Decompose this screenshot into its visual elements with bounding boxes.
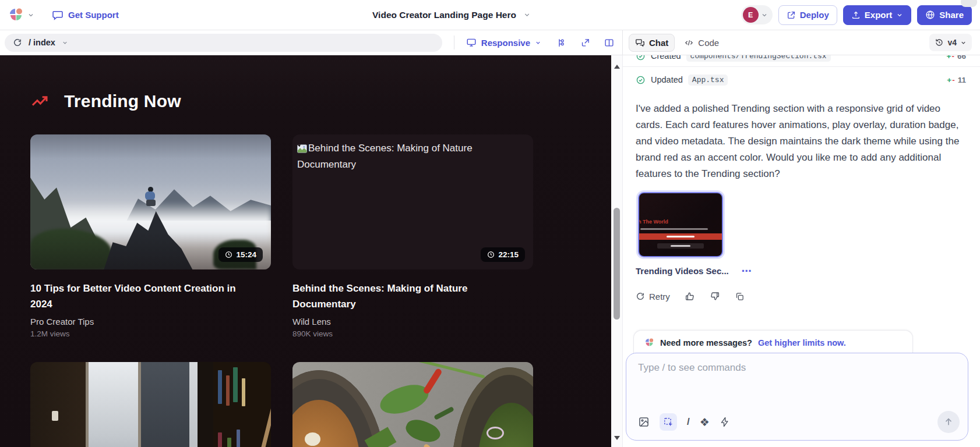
- get-support-link[interactable]: Get Support: [52, 9, 119, 21]
- logo-icon: [8, 7, 24, 23]
- video-thumbnail-food: [292, 362, 533, 447]
- file-chip: App.tsx: [688, 74, 728, 86]
- share-label: Share: [939, 10, 964, 20]
- more-options[interactable]: ⋯: [742, 265, 752, 277]
- app-window: Get Support Video Creator Landing Page H…: [0, 0, 980, 447]
- tab-code-label: Code: [698, 38, 719, 48]
- code-icon: [684, 38, 694, 48]
- slash-command-icon[interactable]: /: [687, 416, 690, 428]
- version-label: v4: [947, 38, 957, 47]
- video-thumbnail-room: [30, 362, 271, 447]
- brand-menu[interactable]: [8, 7, 34, 23]
- split-view-icon[interactable]: [604, 38, 614, 48]
- site-preview: Trending Now: [0, 55, 611, 447]
- check-circle-icon: [636, 75, 646, 85]
- route-selector[interactable]: / index: [5, 34, 442, 52]
- composer-toolbar: / ❖: [638, 411, 960, 433]
- export-button[interactable]: Export: [843, 5, 912, 25]
- file-change-row: Updated App.tsx +-11: [636, 72, 966, 88]
- video-thumbnail-broken: Behind the Scenes: Making of Nature Docu…: [292, 134, 533, 269]
- broken-image-icon: [297, 144, 307, 153]
- route-path: / index: [29, 38, 55, 47]
- video-card[interactable]: 15:24 10 Tips for Better Video Content C…: [30, 134, 271, 338]
- share-button[interactable]: Share: [917, 5, 972, 25]
- video-thumbnail-mountain: 15:24: [30, 134, 271, 269]
- account-menu[interactable]: E: [741, 5, 773, 24]
- tab-chat-label: Chat: [649, 38, 668, 48]
- video-card[interactable]: Behind the Scenes: Making of Nature Docu…: [292, 134, 533, 338]
- diamonds-icon[interactable]: ❖: [700, 417, 710, 428]
- viewport-selector[interactable]: Responsive: [466, 37, 541, 48]
- logo-icon: [644, 338, 654, 347]
- tab-chat[interactable]: Chat: [629, 34, 675, 52]
- retry-button[interactable]: Retry: [636, 292, 670, 301]
- chat-input-box[interactable]: / ❖: [626, 353, 968, 441]
- chevron-down-icon: [535, 40, 541, 46]
- deploy-button[interactable]: Deploy: [778, 5, 837, 25]
- image-icon[interactable]: [638, 416, 650, 428]
- artifact-preview: h The World Trending Videos Sec... ⋯: [636, 192, 966, 277]
- trending-section-header: Trending Now: [30, 91, 611, 111]
- message-actions: Retry: [636, 291, 966, 301]
- video-title: Behind the Scenes: Making of Nature Docu…: [292, 281, 520, 312]
- copy-icon[interactable]: [735, 292, 745, 301]
- assistant-message: I've added a polished Trending section w…: [636, 101, 966, 182]
- chevron-down-icon: [896, 12, 903, 19]
- preview-tools: [556, 38, 614, 48]
- chili-illustration: [423, 368, 443, 395]
- thumbs-up-icon[interactable]: [685, 291, 695, 301]
- chat-panel: Created components/TrendingSection.tsx +…: [623, 55, 980, 447]
- scroll-down-arrow[interactable]: [614, 436, 620, 440]
- open-in-new-icon[interactable]: [580, 38, 590, 48]
- artifact-thumbnail[interactable]: h The World: [638, 192, 723, 257]
- section-title: Trending Now: [64, 91, 181, 111]
- upload-icon: [851, 10, 861, 20]
- chevron-down-icon: [27, 12, 34, 19]
- file-action: Created: [651, 55, 681, 61]
- header-actions: E Deploy Export: [741, 5, 972, 25]
- retry-icon: [636, 292, 645, 301]
- video-title: 10 Tips for Better Video Content Creatio…: [30, 281, 258, 312]
- globe-icon: [925, 10, 935, 20]
- version-history[interactable]: v4: [929, 34, 972, 51]
- video-channel: Wild Lens: [292, 317, 533, 327]
- file-change-row: Created components/TrendingSection.tsx +…: [636, 55, 966, 64]
- bookshelf-illustration: [213, 362, 271, 447]
- chat-bubbles-icon: [635, 38, 645, 48]
- select-element-icon[interactable]: [660, 413, 677, 431]
- inspector-icon[interactable]: [556, 38, 566, 48]
- clipped-pill: [961, 0, 977, 7]
- duration-badge: 22:15: [481, 247, 525, 262]
- external-link-icon: [787, 10, 796, 20]
- file-chip: components/TrendingSection.tsx: [686, 55, 831, 62]
- chevron-down-icon: [761, 12, 768, 19]
- preview-toolbar: / index Responsive: [0, 30, 623, 55]
- limits-text: Need more messages?: [660, 338, 752, 347]
- send-button[interactable]: [937, 411, 960, 433]
- history-icon: [935, 38, 944, 47]
- chat-input[interactable]: [638, 362, 960, 374]
- check-circle-icon: [636, 55, 646, 61]
- avatar: E: [743, 7, 759, 23]
- diff-stats: +-66: [947, 55, 966, 61]
- thumb-red-button: [639, 233, 722, 240]
- video-card[interactable]: [30, 362, 271, 447]
- tab-code[interactable]: Code: [678, 34, 725, 52]
- deploy-label: Deploy: [800, 10, 829, 20]
- project-title-dropdown[interactable]: Video Creator Landing Page Hero: [372, 10, 531, 20]
- broken-image-alt-text: Behind the Scenes: Making of Nature Docu…: [297, 140, 524, 173]
- scrollbar-thumb[interactable]: [614, 208, 620, 320]
- scroll-up-arrow[interactable]: [614, 65, 620, 69]
- file-action: Updated: [651, 75, 683, 84]
- limits-link[interactable]: Get higher limits now.: [758, 338, 846, 347]
- preview-column: Trending Now: [0, 55, 623, 447]
- chat-panel-header: Chat Code v4: [623, 30, 980, 55]
- clock-icon: [487, 251, 495, 258]
- main-area: Trending Now: [0, 55, 980, 447]
- bolt-icon[interactable]: [720, 417, 730, 427]
- video-channel: Pro Creator Tips: [30, 317, 271, 327]
- thumbs-down-icon[interactable]: [710, 291, 720, 301]
- video-card[interactable]: [292, 362, 533, 447]
- get-support-label: Get Support: [68, 10, 119, 20]
- refresh-icon[interactable]: [13, 38, 22, 47]
